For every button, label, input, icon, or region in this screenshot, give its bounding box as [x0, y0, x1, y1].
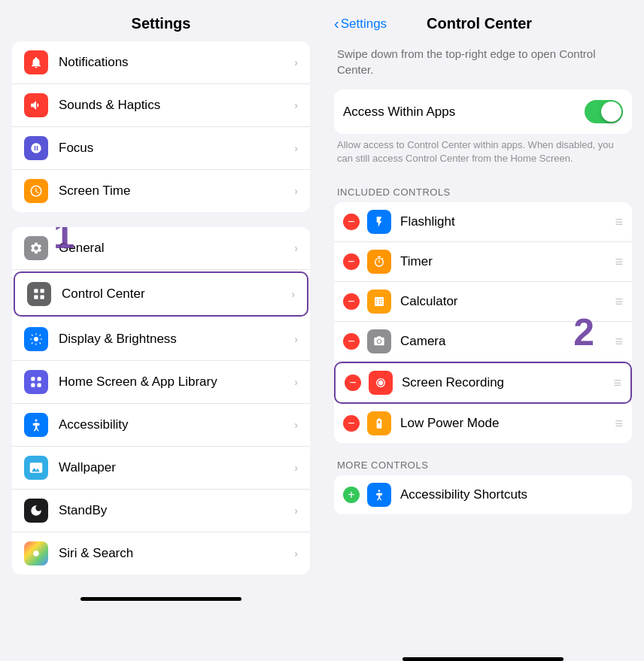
- access-within-apps-card: Access Within Apps: [334, 89, 632, 134]
- control-item-calculator[interactable]: − Calculator ≡: [334, 282, 632, 322]
- screentime-chevron: ›: [294, 185, 298, 197]
- flashlight-label: Flashlight: [400, 214, 615, 229]
- control-center-panel: ‹ Settings Control Center Swipe down fro…: [322, 0, 644, 661]
- back-button[interactable]: ‹ Settings: [334, 15, 387, 32]
- svg-rect-2: [34, 296, 38, 299]
- included-controls-list: − Flashlight ≡ − Timer ≡ −: [334, 202, 632, 443]
- reorder-camera-handle[interactable]: ≡: [615, 334, 623, 350]
- sidebar-item-screentime[interactable]: Screen Time ›: [12, 170, 310, 212]
- more-controls-list: + Accessibility Shortcuts: [334, 475, 632, 514]
- accessibility-chevron: ›: [294, 419, 298, 431]
- reorder-calculator-handle[interactable]: ≡: [615, 294, 623, 310]
- svg-rect-5: [31, 377, 35, 381]
- homescreen-chevron: ›: [294, 376, 298, 388]
- more-controls-header: MORE CONTROLS: [334, 447, 632, 475]
- screenrecording-label: Screen Recording: [402, 375, 613, 390]
- svg-point-4: [34, 337, 38, 341]
- svg-rect-6: [38, 377, 41, 381]
- settings-title: Settings: [0, 0, 322, 41]
- sidebar-item-displaybrightness[interactable]: Display & Brightness ›: [12, 318, 310, 361]
- right-header: ‹ Settings Control Center: [322, 0, 644, 40]
- add-accessibilityshortcuts-button[interactable]: +: [343, 487, 360, 503]
- reorder-screenrecording-handle[interactable]: ≡: [613, 375, 621, 391]
- wallpaper-chevron: ›: [294, 462, 298, 474]
- flashlight-icon: [367, 210, 391, 234]
- timer-icon: [367, 250, 391, 274]
- remove-flashlight-button[interactable]: −: [343, 214, 360, 230]
- control-item-camera[interactable]: − Camera 2 ≡: [334, 322, 632, 362]
- reorder-lowpower-handle[interactable]: ≡: [615, 416, 623, 432]
- focus-chevron: ›: [294, 142, 298, 154]
- svg-point-13: [378, 490, 381, 493]
- svg-rect-3: [41, 296, 44, 299]
- sidebar-item-siri[interactable]: Siri & Search ›: [12, 532, 310, 575]
- general-icon: [24, 236, 48, 260]
- remove-camera-button[interactable]: −: [343, 333, 360, 350]
- control-item-screenrecording[interactable]: − Screen Recording ≡: [334, 362, 632, 404]
- sounds-icon: [24, 93, 48, 117]
- camera-label: Camera: [400, 334, 615, 349]
- calculator-label: Calculator: [400, 294, 615, 309]
- access-toggle-row: Access Within Apps: [343, 89, 623, 134]
- sidebar-item-controlcenter[interactable]: Control Center ›: [14, 271, 308, 317]
- remove-lowpower-button[interactable]: −: [343, 415, 360, 432]
- toggle-knob: [601, 102, 621, 122]
- control-item-flashlight[interactable]: − Flashlight ≡: [334, 202, 632, 242]
- sidebar-item-sounds[interactable]: Sounds & Haptics ›: [12, 84, 310, 127]
- sidebar-item-general[interactable]: General 1 ›: [12, 227, 310, 270]
- reorder-flashlight-handle[interactable]: ≡: [615, 214, 623, 230]
- camera-icon: [367, 329, 391, 353]
- svg-point-9: [35, 420, 38, 422]
- right-panel-content: Swipe down from the top-right edge to op…: [322, 40, 644, 650]
- siri-label: Siri & Search: [59, 546, 294, 561]
- sidebar-item-wallpaper[interactable]: Wallpaper ›: [12, 447, 310, 490]
- screenrecording-icon: [369, 371, 393, 395]
- control-item-lowpowermode[interactable]: − Low Power Mode ≡: [334, 404, 632, 443]
- right-home-indicator: [402, 657, 564, 661]
- sidebar-item-accessibility[interactable]: Accessibility ›: [12, 404, 310, 447]
- control-item-accessibilityshortcuts[interactable]: + Accessibility Shortcuts: [334, 475, 632, 514]
- general-label: General: [59, 241, 294, 256]
- wallpaper-icon: [24, 456, 48, 480]
- standby-chevron: ›: [294, 505, 298, 517]
- controlcenter-chevron: ›: [291, 288, 295, 300]
- timer-label: Timer: [400, 254, 615, 269]
- remove-calculator-button[interactable]: −: [343, 293, 360, 310]
- sounds-chevron: ›: [294, 99, 298, 111]
- display-chevron: ›: [294, 333, 298, 345]
- svg-rect-8: [38, 384, 41, 387]
- siri-icon: [24, 541, 48, 565]
- remove-screenrecording-button[interactable]: −: [345, 374, 361, 391]
- svg-point-10: [33, 550, 39, 556]
- standby-label: StandBy: [59, 503, 294, 518]
- svg-rect-0: [34, 289, 38, 293]
- back-label: Settings: [341, 17, 387, 32]
- controlcenter-icon: [27, 282, 51, 306]
- reorder-timer-handle[interactable]: ≡: [615, 254, 623, 270]
- lowpower-icon: [367, 411, 391, 435]
- notifications-chevron: ›: [294, 56, 298, 68]
- focus-label: Focus: [59, 141, 294, 156]
- screentime-icon: [24, 179, 48, 203]
- sidebar-item-homescreen[interactable]: Home Screen & App Library ›: [12, 361, 310, 404]
- sidebar-item-standby[interactable]: StandBy ›: [12, 490, 310, 532]
- siri-chevron: ›: [294, 547, 298, 559]
- settings-group-2: General 1 › Control Center › Display & B…: [12, 227, 310, 575]
- accessibility-label: Accessibility: [59, 417, 294, 432]
- access-toggle-description: Allow access to Control Center within ap…: [334, 138, 632, 174]
- access-within-apps-toggle[interactable]: [585, 100, 623, 123]
- control-item-timer[interactable]: − Timer ≡: [334, 242, 632, 282]
- homescreen-icon: [24, 370, 48, 394]
- controlcenter-label: Control Center: [62, 287, 291, 302]
- accessibilityshortcuts-icon: [367, 483, 391, 507]
- sidebar-item-focus[interactable]: Focus ›: [12, 127, 310, 170]
- settings-panel: Settings Notifications › Sounds & Haptic…: [0, 0, 322, 661]
- display-icon: [24, 327, 48, 351]
- focus-icon: [24, 136, 48, 160]
- sidebar-item-notifications[interactable]: Notifications ›: [12, 41, 310, 84]
- accessibilityshortcuts-label: Accessibility Shortcuts: [400, 487, 623, 502]
- control-center-description: Swipe down from the top-right edge to op…: [334, 40, 632, 89]
- remove-timer-button[interactable]: −: [343, 253, 360, 270]
- included-controls-header: INCLUDED CONTROLS: [334, 174, 632, 202]
- screentime-label: Screen Time: [59, 183, 294, 199]
